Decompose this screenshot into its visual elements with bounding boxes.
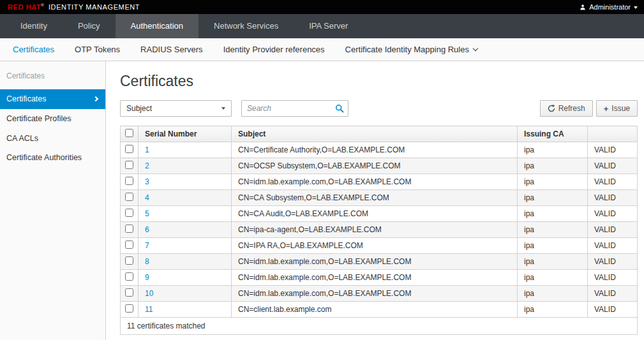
sidebar-item-certificate-authorities[interactable]: Certificate Authorities [0,148,105,168]
column-header-issuing-ca: Issuing CA [518,126,588,142]
primary-nav: Identity Policy Authentication Network S… [0,14,644,38]
subject-cell: CN=Certificate Authority,O=LAB.EXAMPLE.C… [232,142,518,158]
nav-identity[interactable]: Identity [5,14,63,38]
main-content: Certificates Subject Refre [106,61,644,340]
user-name: Administrator [589,3,631,11]
select-all-checkbox[interactable] [125,129,133,137]
sidebar-item-certificates[interactable]: Certificates [0,89,105,109]
issuing-ca-cell: ipa [518,158,588,174]
serial-number-link[interactable]: 1 [145,145,149,154]
toolbar: Subject Refresh + [120,100,638,117]
table-row: 9CN=idm.lab.example.com,O=LAB.EXAMPLE.CO… [121,270,638,286]
subject-cell: CN=OCSP Subsystem,O=LAB.EXAMPLE.COM [232,158,518,174]
table-row: 11CN=client.lab.example.comipaVALID [121,302,638,318]
row-checkbox[interactable] [125,225,133,233]
brand-logo[interactable]: RED HAT® IDENTITY MANAGEMENT [8,3,140,11]
sidebar-section-label: Certificates [0,65,105,89]
table-row: 8CN=idm.lab.example.com,O=LAB.EXAMPLE.CO… [121,254,638,270]
status-cell: VALID [588,190,638,206]
status-cell: VALID [588,158,638,174]
serial-number-link[interactable]: 6 [145,225,149,234]
serial-number-link[interactable]: 4 [145,193,149,202]
row-checkbox[interactable] [125,145,133,153]
row-checkbox[interactable] [125,304,133,313]
row-checkbox[interactable] [125,177,133,185]
plus-icon: + [604,105,609,113]
certificates-table: Serial Number Subject Issuing CA 1CN=Cer… [120,126,638,318]
status-cell: VALID [588,222,638,238]
tab-label: Certificate Identity Mapping Rules [345,38,469,61]
sidebar-item-certificate-profiles[interactable]: Certificate Profiles [0,109,105,129]
issuing-ca-cell: ipa [518,238,588,254]
serial-number-link[interactable]: 11 [145,305,153,314]
table-row: 3CN=idm.lab.example.com,O=LAB.EXAMPLE.CO… [121,174,638,190]
masthead: RED HAT® IDENTITY MANAGEMENT Administrat… [0,0,644,14]
nav-authentication[interactable]: Authentication [116,14,198,38]
serial-number-link[interactable]: 9 [145,273,149,282]
status-cell: VALID [588,254,638,270]
table-row: 5CN=CA Audit,O=LAB.EXAMPLE.COMipaVALID [121,206,638,222]
row-checkbox[interactable] [125,161,133,169]
attribute-select-value: Subject [126,104,152,113]
secondary-nav: Certificates OTP Tokens RADIUS Servers I… [0,38,644,61]
brand-product-text: IDENTITY MANAGEMENT [49,3,140,11]
status-cell: VALID [588,174,638,190]
status-cell: VALID [588,302,638,318]
nav-ipa-server[interactable]: IPA Server [294,14,363,38]
tab-certificate-identity-mapping-rules[interactable]: Certificate Identity Mapping Rules [335,38,488,61]
refresh-button[interactable]: Refresh [540,100,593,117]
chevron-right-icon [93,96,98,101]
issuing-ca-cell: ipa [518,190,588,206]
tab-identity-provider-references[interactable]: Identity Provider references [213,38,335,61]
attribute-select[interactable]: Subject [120,100,232,117]
serial-number-link[interactable]: 5 [145,209,149,218]
nav-network-services[interactable]: Network Services [198,14,294,38]
sidebar-item-label: Certificate Profiles [6,113,71,125]
search-input[interactable] [241,100,348,117]
issuing-ca-cell: ipa [518,254,588,270]
subject-cell: CN=idm.lab.example.com,O=LAB.EXAMPLE.COM [232,270,518,286]
issuing-ca-cell: ipa [518,206,588,222]
nav-policy[interactable]: Policy [63,14,116,38]
table-row: 7CN=IPA RA,O=LAB.EXAMPLE.COMipaVALID [121,238,638,254]
row-checkbox[interactable] [125,209,133,217]
table-header-row: Serial Number Subject Issuing CA [121,126,638,142]
row-checkbox[interactable] [125,256,133,265]
issuing-ca-cell: ipa [518,302,588,318]
chevron-down-icon [221,107,225,110]
search-icon[interactable] [335,104,344,113]
row-checkbox[interactable] [125,288,133,297]
serial-number-link[interactable]: 8 [145,257,149,266]
tab-otp-tokens[interactable]: OTP Tokens [64,38,130,61]
tab-certificates[interactable]: Certificates [3,38,64,61]
issue-button[interactable]: + Issue [596,100,638,117]
status-cell: VALID [588,238,638,254]
table-summary: 11 certificates matched [120,318,638,335]
status-cell: VALID [588,270,638,286]
tab-radius-servers[interactable]: RADIUS Servers [130,38,213,61]
subject-cell: CN=IPA RA,O=LAB.EXAMPLE.COM [232,238,518,254]
row-checkbox[interactable] [125,272,133,281]
serial-number-link[interactable]: 3 [145,177,149,186]
row-checkbox[interactable] [125,193,133,201]
subject-cell: CN=CA Audit,O=LAB.EXAMPLE.COM [232,206,518,222]
status-cell: VALID [588,286,638,302]
serial-number-link[interactable]: 7 [145,241,149,250]
issuing-ca-cell: ipa [518,270,588,286]
subject-cell: CN=CA Subsystem,O=LAB.EXAMPLE.COM [232,190,518,206]
issuing-ca-cell: ipa [518,286,588,302]
table-row: 1CN=Certificate Authority,O=LAB.EXAMPLE.… [121,142,638,158]
registered-mark: ® [41,3,44,7]
subject-cell: CN=idm.lab.example.com,O=LAB.EXAMPLE.COM [232,174,518,190]
sidebar-item-ca-acls[interactable]: CA ACLs [0,129,105,149]
serial-number-link[interactable]: 2 [145,161,149,170]
user-menu[interactable]: Administrator [580,3,638,11]
status-cell: VALID [588,142,638,158]
chevron-down-icon [473,45,478,50]
refresh-label: Refresh [558,104,585,113]
sidebar-item-label: Certificate Authorities [6,152,82,164]
chevron-down-icon [634,6,638,9]
column-header-serial-number: Serial Number [139,126,232,142]
serial-number-link[interactable]: 10 [145,289,153,298]
row-checkbox[interactable] [125,240,133,249]
